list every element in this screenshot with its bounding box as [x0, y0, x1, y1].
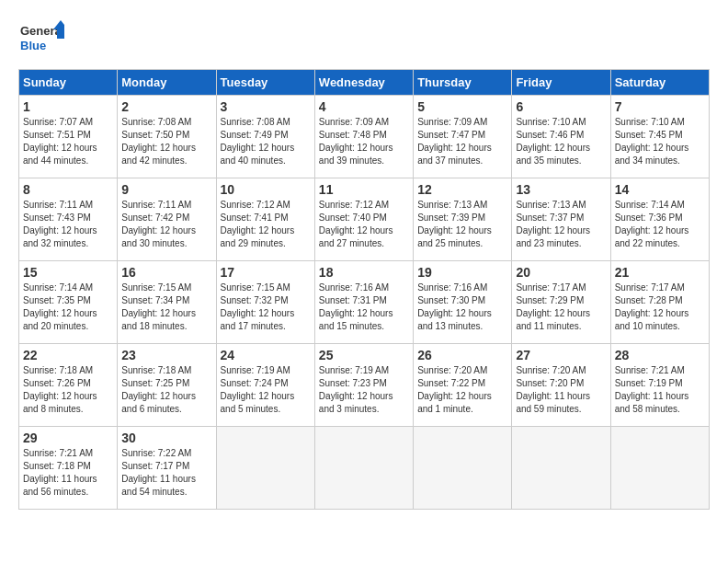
calendar-cell: 3Sunrise: 7:08 AMSunset: 7:49 PMDaylight…: [216, 96, 314, 178]
day-number: 20: [516, 265, 606, 280]
calendar-cell: 17Sunrise: 7:15 AMSunset: 7:32 PMDayligh…: [216, 261, 314, 344]
day-number: 27: [516, 348, 606, 362]
calendar-cell: 18Sunrise: 7:16 AMSunset: 7:31 PMDayligh…: [314, 261, 413, 344]
day-info: Sunrise: 7:09 AMSunset: 7:48 PMDaylight:…: [319, 116, 409, 167]
calendar-cell: 1Sunrise: 7:07 AMSunset: 7:51 PMDaylight…: [19, 96, 118, 178]
day-number: 22: [23, 348, 113, 362]
day-number: 4: [319, 99, 409, 114]
day-number: 8: [23, 182, 113, 197]
day-info: Sunrise: 7:17 AMSunset: 7:28 PMDaylight:…: [615, 282, 705, 333]
day-number: 28: [615, 348, 705, 362]
calendar-cell: 12Sunrise: 7:13 AMSunset: 7:39 PMDayligh…: [414, 178, 512, 261]
calendar-cell: 30Sunrise: 7:22 AMSunset: 7:17 PMDayligh…: [118, 427, 216, 510]
calendar-cell: 2Sunrise: 7:08 AMSunset: 7:50 PMDaylight…: [118, 96, 216, 178]
calendar-cell: 11Sunrise: 7:12 AMSunset: 7:40 PMDayligh…: [314, 178, 413, 261]
day-number: 21: [615, 265, 705, 280]
day-number: 16: [121, 265, 211, 280]
day-number: 23: [121, 348, 211, 362]
day-info: Sunrise: 7:20 AMSunset: 7:20 PMDaylight:…: [516, 364, 606, 416]
day-number: 1: [23, 99, 113, 114]
day-number: 15: [23, 265, 113, 280]
calendar-cell: [414, 427, 512, 510]
day-info: Sunrise: 7:16 AMSunset: 7:30 PMDaylight:…: [417, 282, 507, 333]
day-info: Sunrise: 7:22 AMSunset: 7:17 PMDaylight:…: [121, 447, 211, 499]
day-info: Sunrise: 7:09 AMSunset: 7:47 PMDaylight:…: [417, 116, 507, 167]
page-header: General Blue: [18, 18, 710, 60]
calendar-cell: 7Sunrise: 7:10 AMSunset: 7:45 PMDaylight…: [610, 96, 709, 178]
day-number: 10: [221, 182, 311, 197]
calendar-table: SundayMondayTuesdayWednesdayThursdayFrid…: [18, 69, 710, 510]
day-number: 29: [23, 431, 113, 445]
day-number: 12: [417, 182, 507, 197]
svg-text:Blue: Blue: [20, 39, 46, 52]
day-number: 19: [417, 265, 507, 280]
calendar-cell: 5Sunrise: 7:09 AMSunset: 7:47 PMDaylight…: [414, 96, 512, 178]
calendar-cell: 13Sunrise: 7:13 AMSunset: 7:37 PMDayligh…: [512, 178, 610, 261]
day-number: 9: [121, 182, 211, 197]
calendar-cell: 21Sunrise: 7:17 AMSunset: 7:28 PMDayligh…: [610, 261, 709, 344]
day-info: Sunrise: 7:15 AMSunset: 7:34 PMDaylight:…: [121, 282, 211, 333]
calendar-cell: 10Sunrise: 7:12 AMSunset: 7:41 PMDayligh…: [216, 178, 314, 261]
calendar-cell: [314, 427, 413, 510]
day-number: 2: [121, 99, 211, 114]
calendar-cell: 28Sunrise: 7:21 AMSunset: 7:19 PMDayligh…: [610, 344, 709, 427]
calendar-cell: 25Sunrise: 7:19 AMSunset: 7:23 PMDayligh…: [314, 344, 413, 427]
day-info: Sunrise: 7:10 AMSunset: 7:46 PMDaylight:…: [516, 116, 606, 167]
calendar-cell: [216, 427, 314, 510]
day-info: Sunrise: 7:13 AMSunset: 7:37 PMDaylight:…: [516, 199, 606, 250]
day-number: 25: [319, 348, 409, 362]
day-number: 24: [221, 348, 311, 362]
calendar-cell: 19Sunrise: 7:16 AMSunset: 7:30 PMDayligh…: [414, 261, 512, 344]
calendar-cell: 26Sunrise: 7:20 AMSunset: 7:22 PMDayligh…: [414, 344, 512, 427]
day-number: 5: [417, 99, 507, 114]
day-header-saturday: Saturday: [610, 70, 709, 96]
calendar-cell: 6Sunrise: 7:10 AMSunset: 7:46 PMDaylight…: [512, 96, 610, 178]
day-number: 26: [417, 348, 507, 362]
day-info: Sunrise: 7:21 AMSunset: 7:19 PMDaylight:…: [615, 364, 705, 416]
day-number: 7: [615, 99, 705, 114]
day-info: Sunrise: 7:07 AMSunset: 7:51 PMDaylight:…: [23, 116, 113, 167]
day-info: Sunrise: 7:12 AMSunset: 7:41 PMDaylight:…: [221, 199, 311, 250]
day-number: 14: [615, 182, 705, 197]
day-info: Sunrise: 7:14 AMSunset: 7:35 PMDaylight:…: [23, 282, 113, 333]
day-info: Sunrise: 7:19 AMSunset: 7:24 PMDaylight:…: [221, 364, 311, 416]
day-header-thursday: Thursday: [414, 70, 512, 96]
day-info: Sunrise: 7:15 AMSunset: 7:32 PMDaylight:…: [221, 282, 311, 333]
day-header-friday: Friday: [512, 70, 610, 96]
calendar-cell: 15Sunrise: 7:14 AMSunset: 7:35 PMDayligh…: [19, 261, 118, 344]
day-info: Sunrise: 7:19 AMSunset: 7:23 PMDaylight:…: [319, 364, 409, 416]
day-header-wednesday: Wednesday: [314, 70, 413, 96]
day-info: Sunrise: 7:17 AMSunset: 7:29 PMDaylight:…: [516, 282, 606, 333]
day-info: Sunrise: 7:20 AMSunset: 7:22 PMDaylight:…: [417, 364, 507, 416]
day-info: Sunrise: 7:14 AMSunset: 7:36 PMDaylight:…: [615, 199, 705, 250]
calendar-cell: 4Sunrise: 7:09 AMSunset: 7:48 PMDaylight…: [314, 96, 413, 178]
day-info: Sunrise: 7:10 AMSunset: 7:45 PMDaylight:…: [615, 116, 705, 167]
calendar-cell: 9Sunrise: 7:11 AMSunset: 7:42 PMDaylight…: [118, 178, 216, 261]
day-header-sunday: Sunday: [19, 70, 118, 96]
day-number: 30: [121, 431, 211, 445]
day-info: Sunrise: 7:11 AMSunset: 7:43 PMDaylight:…: [23, 199, 113, 250]
day-info: Sunrise: 7:18 AMSunset: 7:26 PMDaylight:…: [23, 364, 113, 416]
day-number: 11: [319, 182, 409, 197]
day-number: 18: [319, 265, 409, 280]
calendar-cell: 8Sunrise: 7:11 AMSunset: 7:43 PMDaylight…: [19, 178, 118, 261]
calendar-cell: 29Sunrise: 7:21 AMSunset: 7:18 PMDayligh…: [19, 427, 118, 510]
day-number: 6: [516, 99, 606, 114]
day-info: Sunrise: 7:11 AMSunset: 7:42 PMDaylight:…: [121, 199, 211, 250]
calendar-cell: 27Sunrise: 7:20 AMSunset: 7:20 PMDayligh…: [512, 344, 610, 427]
calendar-cell: 20Sunrise: 7:17 AMSunset: 7:29 PMDayligh…: [512, 261, 610, 344]
day-number: 3: [221, 99, 311, 114]
day-info: Sunrise: 7:13 AMSunset: 7:39 PMDaylight:…: [417, 199, 507, 250]
day-info: Sunrise: 7:18 AMSunset: 7:25 PMDaylight:…: [121, 364, 211, 416]
day-info: Sunrise: 7:08 AMSunset: 7:49 PMDaylight:…: [221, 116, 311, 167]
calendar-cell: 14Sunrise: 7:14 AMSunset: 7:36 PMDayligh…: [610, 178, 709, 261]
day-header-tuesday: Tuesday: [216, 70, 314, 96]
day-info: Sunrise: 7:12 AMSunset: 7:40 PMDaylight:…: [319, 199, 409, 250]
calendar-cell: [512, 427, 610, 510]
day-info: Sunrise: 7:08 AMSunset: 7:50 PMDaylight:…: [121, 116, 211, 167]
calendar-cell: 22Sunrise: 7:18 AMSunset: 7:26 PMDayligh…: [19, 344, 118, 427]
day-info: Sunrise: 7:21 AMSunset: 7:18 PMDaylight:…: [23, 447, 113, 499]
day-number: 13: [516, 182, 606, 197]
calendar-cell: 23Sunrise: 7:18 AMSunset: 7:25 PMDayligh…: [118, 344, 216, 427]
calendar-cell: [610, 427, 709, 510]
